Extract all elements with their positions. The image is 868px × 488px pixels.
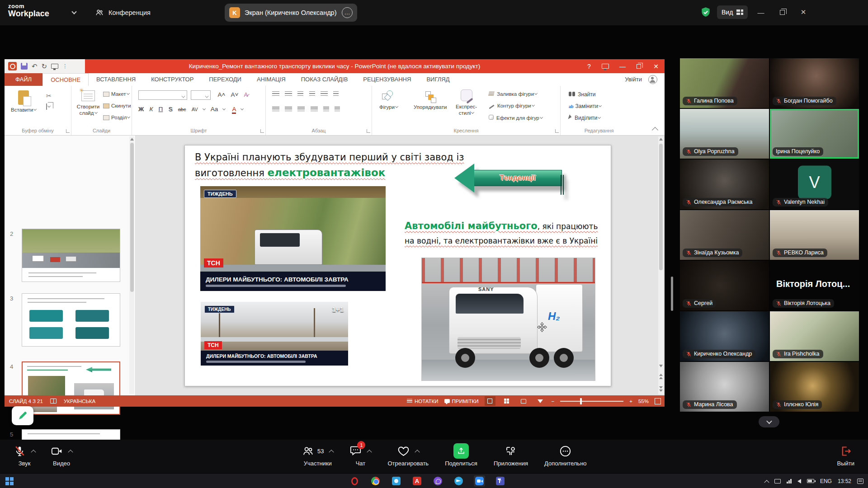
tab-slideshow[interactable]: ПОКАЗ СЛАЙДІВ xyxy=(293,73,356,86)
participant-tile[interactable]: Ira Pishcholka xyxy=(770,311,859,361)
text-shadow-button[interactable]: S xyxy=(168,106,172,113)
tab-meeting[interactable]: Конференция xyxy=(90,5,155,21)
justify-button[interactable] xyxy=(311,107,318,113)
zoom-slider-knob[interactable] xyxy=(580,398,582,404)
qat-customize-icon[interactable]: ⋮ xyxy=(62,64,67,69)
action-center-icon[interactable] xyxy=(857,479,863,484)
clear-formatting-button[interactable]: A̷ xyxy=(244,91,248,98)
shape-effects-button[interactable]: Ефекти для фігур xyxy=(489,115,542,121)
red-a-app-icon[interactable]: A xyxy=(411,475,423,487)
annotation-button[interactable] xyxy=(12,406,33,425)
shrink-font-button[interactable]: A˅ xyxy=(231,91,239,98)
font-dialog-launcher[interactable] xyxy=(260,129,264,133)
copy-button[interactable] xyxy=(46,104,50,109)
ppt-minimize-button[interactable]: — xyxy=(616,59,629,73)
tab-animations[interactable]: АНІМАЦІЯ xyxy=(249,73,293,86)
section-button[interactable]: Розділ xyxy=(103,115,130,120)
blue-app-icon[interactable] xyxy=(391,475,402,487)
ppt-restore-button[interactable] xyxy=(632,59,646,73)
volume-icon[interactable] xyxy=(797,479,801,483)
tray-expand-icon[interactable] xyxy=(764,480,769,485)
slide-thumbnail-4-selected[interactable] xyxy=(22,361,120,415)
quick-styles-button[interactable]: Експрес-стилі xyxy=(456,89,477,117)
bold-button[interactable]: Ж xyxy=(138,106,144,113)
share-screen-button[interactable]: Поделиться xyxy=(445,444,477,467)
language-indicator[interactable]: УКРАЇНСЬКА xyxy=(64,399,95,404)
display-tray-icon[interactable] xyxy=(774,479,781,483)
reset-button[interactable]: Скинути xyxy=(103,103,131,108)
reactions-caret[interactable] xyxy=(415,450,420,455)
font-name-select[interactable] xyxy=(138,90,187,100)
zoom-out-button[interactable]: − xyxy=(552,399,555,404)
drawing-dialog-launcher[interactable] xyxy=(555,129,559,133)
shape-outline-button[interactable]: Контур фігури xyxy=(489,103,534,108)
collapse-ribbon-button[interactable] xyxy=(652,127,658,133)
font-size-select[interactable] xyxy=(191,90,211,100)
slide-title-textbox[interactable]: В Україні планують збудувати перший у св… xyxy=(195,150,475,181)
align-center-button[interactable] xyxy=(285,107,292,113)
security-shield-icon[interactable] xyxy=(700,6,712,18)
help-button[interactable]: ? xyxy=(582,59,596,73)
clock[interactable]: 13:52 xyxy=(838,478,851,484)
find-button[interactable]: Знайти xyxy=(569,91,595,98)
more-button[interactable]: Дополнительно xyxy=(544,444,587,467)
select-button[interactable]: Виділити xyxy=(569,115,600,121)
tab-transitions[interactable]: ПЕРЕХОДИ xyxy=(201,73,249,86)
participant-tile[interactable]: Богдан Помогайбо xyxy=(770,58,859,108)
viber-icon[interactable] xyxy=(432,475,443,487)
participant-tile[interactable]: Марина Лісова xyxy=(680,362,769,412)
shape-fill-button[interactable]: Заливка фігури xyxy=(489,91,537,97)
tab-view[interactable]: ВИГЛЯД xyxy=(419,73,457,86)
next-slide-button[interactable] xyxy=(658,385,664,392)
participant-tile[interactable]: Сергей xyxy=(680,261,769,310)
battery-icon[interactable] xyxy=(807,479,814,483)
ppt-close-button[interactable]: ✕ xyxy=(649,59,663,73)
slide-scrollbar[interactable] xyxy=(658,136,664,394)
participant-tile[interactable]: Зінаїда Кузьомка xyxy=(680,210,769,260)
telegram-icon[interactable] xyxy=(453,475,464,487)
chat-caret[interactable] xyxy=(367,450,372,455)
character-spacing-button[interactable]: AV xyxy=(192,107,198,112)
align-left-button[interactable] xyxy=(272,107,279,113)
notes-toggle[interactable]: НОТАТКИ xyxy=(407,399,439,404)
participant-tile[interactable]: Вікторія Лотоц... Вікторія Лотоцька xyxy=(770,261,859,310)
language-tray-indicator[interactable]: ENG xyxy=(820,478,832,484)
participant-tile[interactable]: Іллєнко Юлія xyxy=(770,362,859,412)
collapse-videos-button[interactable] xyxy=(759,416,779,427)
layout-button[interactable]: Макет xyxy=(103,91,129,97)
font-color-button[interactable]: A xyxy=(232,106,236,114)
fit-slide-button[interactable] xyxy=(655,398,661,404)
participant-tile[interactable]: V Valentyn Nekhai xyxy=(770,160,859,209)
bullets-button[interactable] xyxy=(272,91,279,97)
video-still-2[interactable]: ТИЖДЕНЬ 1+1 ТСН ДИЛЕРИ МАЙБУТНЬОГО: АВТО… xyxy=(201,302,348,366)
network-bars-icon[interactable] xyxy=(787,479,792,483)
participant-tile[interactable]: Олександра Раємська xyxy=(680,160,769,209)
italic-button[interactable]: К xyxy=(149,106,153,113)
slide-thumbnail-2[interactable] xyxy=(22,229,120,282)
grow-font-button[interactable]: A˄ xyxy=(217,91,225,98)
convert-smartart-button[interactable] xyxy=(335,107,340,113)
replace-button[interactable]: abЗамінити xyxy=(569,103,601,109)
change-case-button[interactable]: Aa xyxy=(211,106,218,113)
participant-tile[interactable]: РЕВКО Лариса xyxy=(770,210,859,260)
participant-tile-active-speaker[interactable]: Ірина Поцелуйко xyxy=(770,109,859,159)
video-options-caret[interactable] xyxy=(68,450,73,455)
text-direction-button[interactable] xyxy=(333,91,339,97)
video-button[interactable]: Видео xyxy=(51,444,72,467)
previous-slide-button[interactable] xyxy=(658,373,664,379)
reactions-button[interactable]: Отреагировать xyxy=(387,444,429,467)
minimize-button[interactable]: — xyxy=(755,6,767,18)
shapes-button[interactable]: Фігури xyxy=(379,90,398,110)
columns-button[interactable] xyxy=(323,107,329,113)
video-still-1[interactable]: ТИЖДЕНЬ ТСН ДИЛЕРИ МАЙБУТНЬОГО: АВТОМОБІ… xyxy=(200,186,386,291)
line-spacing-button[interactable] xyxy=(321,91,328,97)
tab-review[interactable]: РЕЦЕНЗУВАННЯ xyxy=(355,73,419,86)
chrome-icon[interactable] xyxy=(370,475,381,487)
hydrogen-truck-photo[interactable]: H₂ SANY xyxy=(421,258,595,381)
slide-4[interactable]: В Україні планують збудувати перший у св… xyxy=(184,145,611,386)
spellcheck-icon[interactable] xyxy=(50,399,57,404)
participant-tile[interactable]: Olya Popruzhna xyxy=(680,109,769,159)
leave-meeting-button[interactable]: Выйти xyxy=(837,444,855,467)
thumbnails-scrollbar[interactable] xyxy=(129,136,134,394)
participants-button[interactable]: 53 Участники xyxy=(302,444,333,467)
